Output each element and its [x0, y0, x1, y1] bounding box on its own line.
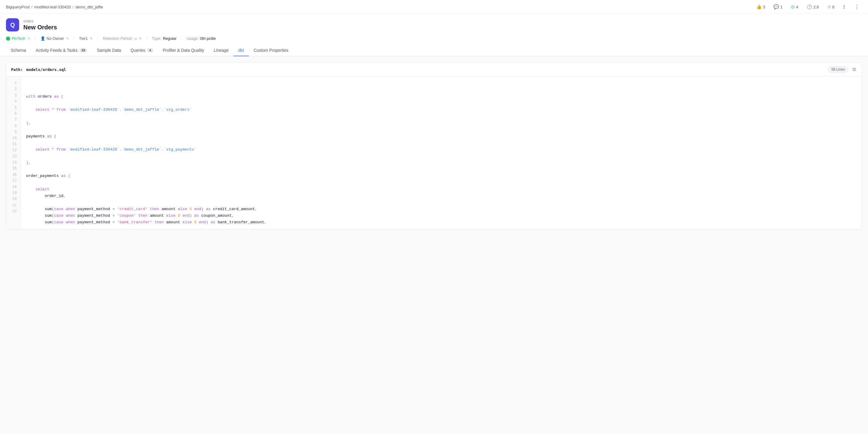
code-content: with orders as ( select * from `modified…: [21, 76, 862, 229]
domain-link[interactable]: FinTech: [12, 36, 26, 41]
tab-sample-label: Sample Data: [97, 48, 121, 53]
tab-lineage-label: Lineage: [214, 48, 229, 53]
usage-label: Usage:: [186, 36, 199, 41]
retention-value: --: [134, 36, 137, 41]
code-panel-header: Path: models/orders.sql 58 Lines ⧉: [6, 63, 862, 76]
usage-value: 0th pctile: [200, 36, 216, 41]
code-line-10: [26, 140, 862, 146]
tab-dbt[interactable]: dbt: [234, 45, 249, 56]
tab-queries-badge: 4: [147, 48, 153, 52]
tab-activity[interactable]: Activity Feeds & Tasks 29: [31, 45, 92, 56]
breadcrumb: BigqueryProd / modified-leaf-330420 / de…: [6, 5, 103, 9]
code-line-2: [26, 87, 862, 93]
view-button[interactable]: ⊙ 4: [789, 3, 800, 11]
code-line-13: ),: [26, 160, 862, 166]
breadcrumb-sep-1: /: [31, 5, 33, 9]
owner-edit-icon[interactable]: ✎: [66, 36, 69, 41]
tab-dbt-label: dbt: [238, 48, 244, 53]
share-icon: ⤴: [843, 4, 845, 9]
code-line-8: [26, 127, 862, 133]
tab-custom[interactable]: Custom Properties: [249, 45, 293, 56]
clock-icon: 🕐: [807, 4, 812, 9]
star-icon: ☆: [827, 4, 831, 9]
comment-count: 1: [780, 5, 782, 9]
tier-edit-icon[interactable]: ✎: [90, 36, 93, 41]
entity-title: New Orders: [23, 24, 57, 31]
code-line-5: select * from `modified-leaf-330420`.`de…: [26, 106, 862, 113]
code-header-right: 58 Lines ⧉: [828, 66, 857, 73]
eye-icon: ⊙: [791, 4, 795, 9]
code-line-9: payments as (: [26, 133, 862, 140]
rating-button[interactable]: 🕐 2.8: [805, 3, 821, 11]
share-button[interactable]: ⤴: [841, 3, 847, 11]
view-count: 4: [796, 5, 798, 9]
tab-queries-label: Queries: [130, 48, 145, 53]
tab-profiler[interactable]: Profiler & Data Quality: [158, 45, 209, 56]
content-area: Path: models/orders.sql 58 Lines ⧉ 1 2 3…: [0, 56, 868, 434]
type-value: Regular: [163, 36, 177, 41]
entity-header: Q orders New Orders: [0, 14, 868, 34]
tab-activity-badge: 29: [79, 48, 87, 52]
breadcrumb-bar: BigqueryProd / modified-leaf-330420 / de…: [0, 0, 868, 14]
like-count: 3: [763, 5, 765, 9]
code-line-20: sum(case when payment_method = 'credit_c…: [26, 206, 862, 213]
domain-indicator: [6, 36, 10, 41]
tab-bar: Schema Activity Feeds & Tasks 29 Sample …: [0, 45, 868, 56]
breadcrumb-sep-2: /: [73, 5, 74, 9]
tab-lineage[interactable]: Lineage: [209, 45, 234, 56]
retention-label: Retention Period:: [103, 36, 133, 41]
meta-tier: Tier1 ✎: [74, 36, 98, 41]
code-path: Path: models/orders.sql: [11, 67, 66, 72]
code-editor: 1 2 3 4 5 6 7 8 9 10 11 12 13 14 15 16 1…: [6, 76, 862, 229]
star-button[interactable]: ☆ 6: [826, 3, 836, 11]
tab-custom-label: Custom Properties: [253, 48, 288, 53]
retention-edit-icon[interactable]: ✎: [139, 36, 142, 41]
code-line-6: [26, 113, 862, 120]
code-path-value: models/orders.sql: [26, 67, 66, 72]
code-line-21: sum(case when payment_method = 'coupon' …: [26, 213, 862, 219]
code-line-4: [26, 100, 862, 106]
code-line-7: ),: [26, 120, 862, 127]
comment-button[interactable]: 💬 1: [772, 3, 784, 11]
tab-activity-label: Activity Feeds & Tasks: [36, 48, 78, 53]
tier-value: Tier1: [79, 36, 88, 41]
code-line-1: [26, 80, 862, 87]
comment-icon: 💬: [773, 4, 779, 9]
code-panel: Path: models/orders.sql 58 Lines ⧉ 1 2 3…: [6, 62, 862, 229]
line-numbers: 1 2 3 4 5 6 7 8 9 10 11 12 13 14 15 16 1…: [6, 76, 21, 229]
tab-schema-label: Schema: [11, 48, 26, 53]
entity-title-group: orders New Orders: [23, 19, 57, 31]
tab-sample[interactable]: Sample Data: [92, 45, 126, 56]
copy-button[interactable]: ⧉: [851, 66, 857, 73]
tab-schema[interactable]: Schema: [6, 45, 31, 56]
domain-edit-icon[interactable]: ✎: [28, 36, 31, 41]
code-line-17: select: [26, 186, 862, 193]
tab-queries[interactable]: Queries 4: [126, 45, 158, 56]
code-line-12: [26, 153, 862, 160]
more-button[interactable]: ⋮: [852, 2, 862, 11]
code-line-15: order_payments as (: [26, 173, 862, 179]
lines-badge: 58 Lines: [828, 66, 848, 73]
meta-domain: FinTech ✎: [6, 36, 36, 41]
top-actions: 👍 3 💬 1 ⊙ 4 🕐 2.8 ☆ 6 ⤴ ⋮: [754, 2, 862, 11]
tab-profiler-label: Profiler & Data Quality: [163, 48, 205, 53]
copy-icon: ⧉: [852, 67, 856, 72]
metadata-row: FinTech ✎ 👤 No Owner ✎ Tier1 ✎ Retention…: [0, 34, 868, 45]
code-line-11: select * from `modified-leaf-330420`.`de…: [26, 146, 862, 153]
meta-type: Type: Regular: [147, 36, 181, 41]
owner-avatar-icon: 👤: [40, 36, 45, 41]
breadcrumb-part-3[interactable]: demo_dbt_jaffle: [75, 5, 103, 9]
meta-retention: Retention Period: -- ✎: [98, 36, 147, 41]
breadcrumb-part-1[interactable]: BigqueryProd: [6, 5, 30, 9]
star-count: 6: [832, 5, 835, 9]
code-line-18: order_id,: [26, 193, 862, 199]
owner-value: No Owner: [47, 36, 64, 41]
code-path-prefix: Path:: [11, 67, 25, 72]
entity-icon-letter: Q: [10, 22, 15, 28]
meta-owner: 👤 No Owner ✎: [36, 36, 74, 41]
code-line-19: [26, 199, 862, 206]
rating-value: 2.8: [813, 5, 819, 9]
breadcrumb-part-2[interactable]: modified-leaf-330420: [34, 5, 71, 9]
meta-usage: Usage: 0th pctile: [182, 36, 221, 41]
like-button[interactable]: 👍 3: [754, 3, 767, 11]
